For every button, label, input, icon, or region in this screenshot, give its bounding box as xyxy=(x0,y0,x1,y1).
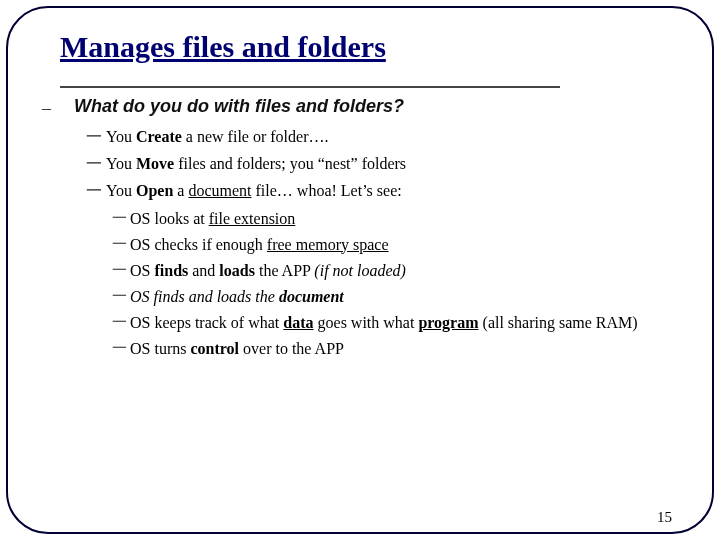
step-track-data: 一 OS keeps track of what data goes with … xyxy=(130,311,660,335)
step-load-app: 一 OS finds and loads the APP (if not loa… xyxy=(130,259,660,283)
text: You xyxy=(106,128,136,145)
underlined-keyword: program xyxy=(418,314,478,331)
text: a new file or folder…. xyxy=(182,128,329,145)
slide-title: Manages files and folders xyxy=(60,30,660,64)
bullet-icon: 一 xyxy=(112,337,127,360)
bullet-icon: 一 xyxy=(112,311,127,334)
bullet-icon: 一 xyxy=(112,259,127,282)
title-separator xyxy=(60,86,560,88)
question-block: – What do you do with files and folders?… xyxy=(60,96,660,361)
text: OS keeps track of what xyxy=(130,314,283,331)
page-number: 15 xyxy=(657,509,672,526)
text: a xyxy=(173,182,188,199)
text: OS looks at xyxy=(130,210,209,227)
text: files and folders; you “nest” folders xyxy=(174,155,406,172)
underlined: file extension xyxy=(209,210,296,227)
keyword: Create xyxy=(136,128,182,145)
bullet-icon: 一 xyxy=(112,233,127,256)
action-create: 一 You Create a new file or folder…. xyxy=(106,125,660,148)
underlined: free memory space xyxy=(267,236,389,253)
text: file… whoa! Let’s see: xyxy=(252,182,402,199)
bullet-icon: 一 xyxy=(86,152,102,175)
step-extension: 一 OS looks at file extension xyxy=(130,207,660,231)
keyword: control xyxy=(190,340,239,357)
text: OS checks if enough xyxy=(130,236,267,253)
step-load-doc: 一 OS finds and loads the document xyxy=(130,285,660,309)
step-return-control: 一 OS turns control over to the APP xyxy=(130,337,660,361)
text: goes with what xyxy=(314,314,419,331)
keyword: loads xyxy=(219,262,255,279)
bullet-icon: 一 xyxy=(86,179,102,202)
slide-content: Manages files and folders – What do you … xyxy=(60,30,660,365)
bullet-icon: 一 xyxy=(112,207,127,230)
keyword: document xyxy=(279,288,344,305)
text: OS finds and loads the xyxy=(130,288,279,305)
bullet-icon: 一 xyxy=(112,285,127,308)
underlined-keyword: data xyxy=(283,314,313,331)
open-steps: 一 OS looks at file extension 一 OS checks… xyxy=(106,207,660,361)
keyword: Open xyxy=(136,182,173,199)
bullet-icon: 一 xyxy=(86,125,102,148)
text: OS xyxy=(130,262,154,279)
action-move: 一 You Move files and folders; you “nest”… xyxy=(106,152,660,175)
text: and xyxy=(188,262,219,279)
text: You xyxy=(106,182,136,199)
text: over to the APP xyxy=(239,340,344,357)
text: You xyxy=(106,155,136,172)
action-list: 一 You Create a new file or folder…. 一 Yo… xyxy=(74,125,660,361)
bullet-icon: – xyxy=(42,98,51,119)
text: the APP xyxy=(255,262,314,279)
step-memory: 一 OS checks if enough free memory space xyxy=(130,233,660,257)
keyword: finds xyxy=(154,262,188,279)
text: (all sharing same RAM) xyxy=(479,314,638,331)
italic-note: (if not loaded) xyxy=(314,262,406,279)
question-text: What do you do with files and folders? xyxy=(74,96,404,116)
keyword: Move xyxy=(136,155,174,172)
underlined: document xyxy=(188,182,251,199)
action-open: 一 You Open a document file… whoa! Let’s … xyxy=(106,179,660,360)
text: OS turns xyxy=(130,340,190,357)
